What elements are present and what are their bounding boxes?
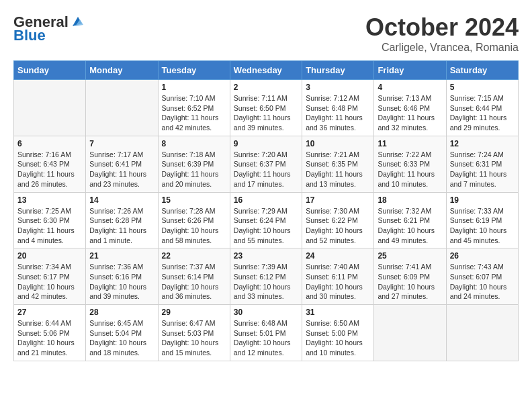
calendar-cell: 4Sunrise: 7:13 AMSunset: 6:46 PMDaylight… — [374, 80, 446, 136]
day-number: 1 — [162, 83, 226, 92]
calendar-cell: 28Sunrise: 6:45 AMSunset: 5:04 PMDayligh… — [86, 305, 158, 361]
day-number: 26 — [450, 251, 515, 261]
day-info: Sunrise: 7:34 AMSunset: 6:17 PMDaylight:… — [17, 262, 82, 302]
day-number: 3 — [306, 83, 370, 92]
day-info: Sunrise: 7:36 AMSunset: 6:16 PMDaylight:… — [89, 262, 154, 302]
title-area: October 2024 Carligele, Vrancea, Romania — [365, 13, 519, 54]
calendar-week-5: 27Sunrise: 6:44 AMSunset: 5:06 PMDayligh… — [14, 305, 519, 361]
day-number: 29 — [162, 308, 226, 317]
calendar-cell: 22Sunrise: 7:37 AMSunset: 6:14 PMDayligh… — [158, 248, 230, 305]
weekday-header-thursday: Thursday — [302, 61, 374, 80]
weekday-header-wednesday: Wednesday — [230, 61, 302, 80]
calendar-cell: 24Sunrise: 7:40 AMSunset: 6:11 PMDayligh… — [302, 248, 374, 305]
calendar-cell: 1Sunrise: 7:10 AMSunset: 6:52 PMDaylight… — [158, 80, 230, 136]
day-info: Sunrise: 7:30 AMSunset: 6:22 PMDaylight:… — [306, 206, 370, 246]
weekday-header-monday: Monday — [86, 61, 158, 80]
day-number: 13 — [17, 195, 82, 205]
calendar-cell: 30Sunrise: 6:48 AMSunset: 5:01 PMDayligh… — [230, 305, 302, 361]
day-number: 25 — [378, 251, 442, 261]
day-info: Sunrise: 6:47 AMSunset: 5:03 PMDaylight:… — [162, 318, 226, 358]
location-subtitle: Carligele, Vrancea, Romania — [365, 42, 519, 54]
day-number: 31 — [306, 308, 370, 317]
day-info: Sunrise: 7:28 AMSunset: 6:26 PMDaylight:… — [162, 206, 226, 246]
calendar-cell: 15Sunrise: 7:28 AMSunset: 6:26 PMDayligh… — [158, 192, 230, 248]
day-number: 11 — [378, 139, 442, 148]
day-number: 9 — [234, 139, 298, 148]
calendar-week-2: 6Sunrise: 7:16 AMSunset: 6:43 PMDaylight… — [14, 136, 519, 192]
month-title: October 2024 — [365, 13, 519, 42]
calendar-cell: 13Sunrise: 7:25 AMSunset: 6:30 PMDayligh… — [14, 192, 86, 248]
day-info: Sunrise: 7:11 AMSunset: 6:50 PMDaylight:… — [234, 93, 298, 133]
day-info: Sunrise: 7:21 AMSunset: 6:35 PMDaylight:… — [306, 150, 370, 189]
weekday-header-tuesday: Tuesday — [158, 61, 230, 80]
calendar-cell: 31Sunrise: 6:50 AMSunset: 5:00 PMDayligh… — [302, 305, 374, 361]
day-number: 22 — [162, 251, 226, 261]
day-info: Sunrise: 7:33 AMSunset: 6:19 PMDaylight:… — [450, 206, 515, 246]
day-info: Sunrise: 7:41 AMSunset: 6:09 PMDaylight:… — [378, 262, 442, 302]
calendar-cell: 16Sunrise: 7:29 AMSunset: 6:24 PMDayligh… — [230, 192, 302, 248]
day-info: Sunrise: 7:26 AMSunset: 6:28 PMDaylight:… — [89, 206, 154, 246]
logo: General Blue — [13, 13, 85, 44]
day-number: 27 — [17, 308, 82, 317]
day-number: 15 — [162, 195, 226, 205]
calendar-cell: 19Sunrise: 7:33 AMSunset: 6:19 PMDayligh… — [446, 192, 518, 248]
day-number: 24 — [306, 251, 370, 261]
weekday-header-friday: Friday — [374, 61, 446, 80]
day-number: 7 — [89, 139, 154, 148]
calendar-cell: 7Sunrise: 7:17 AMSunset: 6:41 PMDaylight… — [86, 136, 158, 192]
day-info: Sunrise: 7:39 AMSunset: 6:12 PMDaylight:… — [234, 262, 298, 302]
day-number: 2 — [234, 83, 298, 92]
calendar-cell: 29Sunrise: 6:47 AMSunset: 5:03 PMDayligh… — [158, 305, 230, 361]
day-number: 10 — [306, 139, 370, 148]
calendar-cell: 3Sunrise: 7:12 AMSunset: 6:48 PMDaylight… — [302, 80, 374, 136]
day-number: 21 — [89, 251, 154, 261]
calendar-cell: 25Sunrise: 7:41 AMSunset: 6:09 PMDayligh… — [374, 248, 446, 305]
day-info: Sunrise: 7:22 AMSunset: 6:33 PMDaylight:… — [378, 150, 442, 189]
calendar-cell: 18Sunrise: 7:32 AMSunset: 6:21 PMDayligh… — [374, 192, 446, 248]
day-info: Sunrise: 7:15 AMSunset: 6:44 PMDaylight:… — [450, 93, 515, 133]
day-number: 20 — [17, 251, 82, 261]
calendar-week-3: 13Sunrise: 7:25 AMSunset: 6:30 PMDayligh… — [14, 192, 519, 248]
calendar-cell — [374, 305, 446, 361]
day-info: Sunrise: 7:17 AMSunset: 6:41 PMDaylight:… — [89, 150, 154, 189]
day-info: Sunrise: 7:10 AMSunset: 6:52 PMDaylight:… — [162, 93, 226, 133]
weekday-header-row: SundayMondayTuesdayWednesdayThursdayFrid… — [14, 61, 519, 80]
calendar-cell: 21Sunrise: 7:36 AMSunset: 6:16 PMDayligh… — [86, 248, 158, 305]
calendar-cell: 27Sunrise: 6:44 AMSunset: 5:06 PMDayligh… — [14, 305, 86, 361]
day-info: Sunrise: 7:16 AMSunset: 6:43 PMDaylight:… — [17, 150, 82, 189]
weekday-header-sunday: Sunday — [14, 61, 86, 80]
calendar-cell: 14Sunrise: 7:26 AMSunset: 6:28 PMDayligh… — [86, 192, 158, 248]
day-info: Sunrise: 7:40 AMSunset: 6:11 PMDaylight:… — [306, 262, 370, 302]
calendar-cell: 11Sunrise: 7:22 AMSunset: 6:33 PMDayligh… — [374, 136, 446, 192]
calendar-cell: 8Sunrise: 7:18 AMSunset: 6:39 PMDaylight… — [158, 136, 230, 192]
day-info: Sunrise: 7:37 AMSunset: 6:14 PMDaylight:… — [162, 262, 226, 302]
day-number: 5 — [450, 83, 515, 92]
day-number: 12 — [450, 139, 515, 148]
day-info: Sunrise: 7:18 AMSunset: 6:39 PMDaylight:… — [162, 150, 226, 189]
day-number: 16 — [234, 195, 298, 205]
calendar-cell: 6Sunrise: 7:16 AMSunset: 6:43 PMDaylight… — [14, 136, 86, 192]
calendar-cell: 2Sunrise: 7:11 AMSunset: 6:50 PMDaylight… — [230, 80, 302, 136]
day-info: Sunrise: 7:43 AMSunset: 6:07 PMDaylight:… — [450, 262, 515, 302]
calendar-cell — [14, 80, 86, 136]
weekday-header-saturday: Saturday — [446, 61, 518, 80]
logo-icon — [70, 14, 85, 29]
day-number: 17 — [306, 195, 370, 205]
calendar-cell — [446, 305, 518, 361]
calendar-table: SundayMondayTuesdayWednesdayThursdayFrid… — [13, 60, 519, 361]
calendar-cell: 23Sunrise: 7:39 AMSunset: 6:12 PMDayligh… — [230, 248, 302, 305]
calendar-cell: 17Sunrise: 7:30 AMSunset: 6:22 PMDayligh… — [302, 192, 374, 248]
calendar-cell: 9Sunrise: 7:20 AMSunset: 6:37 PMDaylight… — [230, 136, 302, 192]
page-header: General Blue October 2024 Carligele, Vra… — [13, 13, 519, 54]
day-number: 19 — [450, 195, 515, 205]
day-number: 18 — [378, 195, 442, 205]
day-info: Sunrise: 6:44 AMSunset: 5:06 PMDaylight:… — [17, 318, 82, 358]
day-info: Sunrise: 7:29 AMSunset: 6:24 PMDaylight:… — [234, 206, 298, 246]
day-info: Sunrise: 7:20 AMSunset: 6:37 PMDaylight:… — [234, 150, 298, 189]
calendar-week-4: 20Sunrise: 7:34 AMSunset: 6:17 PMDayligh… — [14, 248, 519, 305]
day-info: Sunrise: 7:13 AMSunset: 6:46 PMDaylight:… — [378, 93, 442, 133]
calendar-cell — [86, 80, 158, 136]
calendar-cell: 12Sunrise: 7:24 AMSunset: 6:31 PMDayligh… — [446, 136, 518, 192]
day-info: Sunrise: 7:24 AMSunset: 6:31 PMDaylight:… — [450, 150, 515, 189]
calendar-cell: 5Sunrise: 7:15 AMSunset: 6:44 PMDaylight… — [446, 80, 518, 136]
